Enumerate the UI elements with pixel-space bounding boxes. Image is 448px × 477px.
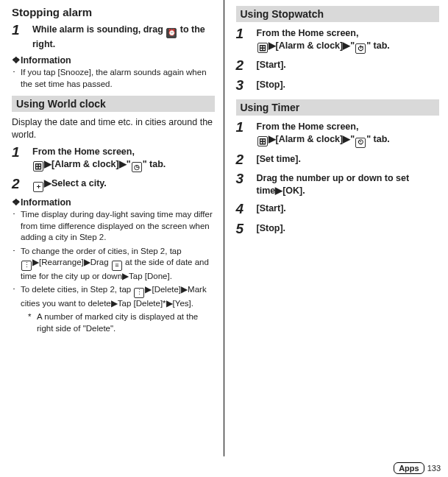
text: To change the order of cities, in Step 2…	[21, 247, 182, 255]
right-column: Using Stopwatch 1 From the Home screen, …	[224, 0, 449, 456]
apps-grid-icon	[33, 161, 43, 172]
apps-grid-icon	[257, 43, 268, 53]
menu-dots-icon: ⋮	[134, 288, 144, 298]
stopping-alarm-heading: Stopping alarm	[12, 6, 215, 18]
info-bullet: ･ To delete cities, in Step 2, tap ⋮▶[De…	[12, 284, 215, 309]
step-body: [Start].	[257, 58, 440, 74]
step-row: 2 ＋▶Select a city.	[12, 177, 215, 192]
bullet-text: To delete cities, in Step 2, tap ⋮▶[Dele…	[21, 284, 215, 309]
sub-text: A number of marked city is displayed at …	[37, 311, 215, 334]
page-footer: Apps133	[394, 462, 441, 474]
step-row: 2 [Set time].	[236, 152, 440, 168]
apps-badge: Apps	[394, 462, 424, 474]
text: "	[127, 159, 131, 169]
bullet-dot: ･	[12, 284, 21, 309]
step-number: 3	[236, 172, 257, 197]
step-row: 3 Drag the number up or down to set time…	[236, 172, 440, 197]
step-row: 5 [Stop].	[236, 222, 440, 237]
step-number: 4	[236, 202, 257, 217]
world-clock-bar: Using World clock	[12, 96, 215, 112]
arrow-icon: ▶	[269, 40, 276, 51]
text: Drag	[90, 258, 111, 266]
arrow-icon: ▶	[343, 134, 350, 144]
step-body: While alarm is sounding, drag ⏰ to the r…	[32, 23, 215, 50]
text: From the Home screen,	[257, 121, 359, 132]
text: "	[350, 134, 355, 144]
arrow-icon: ▶	[44, 178, 51, 188]
text: [Alarm & clock]	[276, 40, 344, 51]
arrow-icon: ▶	[84, 258, 90, 266]
text: " tab.	[366, 134, 390, 144]
text: [Alarm & clock]	[51, 159, 119, 169]
bullet-dot: ･	[12, 67, 21, 90]
drag-handle-icon: ≡	[112, 261, 122, 271]
step-row: 1 From the Home screen, ▶[Alarm & clock]…	[236, 26, 440, 54]
left-column: Stopping alarm 1 While alarm is sounding…	[0, 0, 224, 456]
text: From the Home screen,	[32, 146, 135, 157]
step-body: [Stop].	[257, 78, 440, 93]
apps-grid-icon	[257, 136, 268, 146]
step-number: 2	[12, 177, 32, 192]
information-heading: ❖Information	[12, 54, 215, 66]
arrow-icon: ▶	[343, 40, 350, 51]
text: Tap [Delete]*	[118, 299, 166, 308]
step-body: ＋▶Select a city.	[32, 177, 215, 192]
text: " tab.	[366, 40, 390, 51]
page-number: 133	[427, 464, 441, 473]
step-body: Drag the number up or down to set time▶[…	[257, 172, 440, 197]
step-number: 1	[12, 23, 32, 50]
info-bullet: ･ If you tap [Snooze], the alarm sounds …	[12, 67, 215, 90]
stopwatch-tab-icon: ⏱	[355, 43, 366, 54]
text: " tab.	[143, 159, 166, 169]
text: [Yes].	[173, 299, 193, 308]
arrow-icon: ▶	[181, 285, 188, 294]
step-body: From the Home screen, ▶[Alarm & clock]▶"…	[257, 26, 440, 54]
text: [Rearrange]	[39, 258, 84, 266]
arrow-icon: ▶	[32, 258, 39, 266]
step-row: 4 [Start].	[236, 202, 440, 217]
text: [OK].	[282, 186, 305, 196]
step-body: [Stop].	[257, 222, 440, 237]
step-number: 5	[236, 222, 257, 237]
text: To delete cities, in Step 2, tap	[21, 285, 133, 294]
step-body: From the Home screen, ▶[Alarm & clock]▶"…	[257, 120, 440, 147]
step-number: 2	[236, 152, 257, 168]
arrow-icon: ▶	[111, 299, 118, 308]
step-body: From the Home screen, ▶[Alarm & clock]▶"…	[32, 145, 215, 172]
alarm-drag-icon: ⏰	[166, 28, 177, 38]
step-body: [Start].	[257, 202, 440, 217]
bullet-text: If you tap [Snooze], the alarm sounds ag…	[21, 67, 215, 90]
sub-note: * A number of marked city is displayed a…	[28, 311, 215, 334]
step-row: 3 [Stop].	[236, 78, 440, 93]
menu-dots-icon: ⋮	[21, 261, 32, 271]
timer-tab-icon: ⏲	[355, 138, 366, 148]
step-body: [Set time].	[257, 152, 440, 168]
bullet-dot: ･	[12, 246, 21, 283]
text: Tap [Done].	[129, 272, 172, 280]
info-bullet: ･ Time display during day-light saving t…	[12, 209, 215, 244]
arrow-icon: ▶	[119, 159, 127, 169]
step-number: 3	[236, 78, 257, 93]
text: [Alarm & clock]	[276, 134, 344, 144]
plus-icon: ＋	[33, 182, 43, 192]
step-number: 1	[236, 26, 257, 54]
text: "	[350, 40, 355, 51]
world-clock-tab-icon: ◷	[132, 162, 142, 172]
timer-bar: Using Timer	[236, 99, 440, 116]
step-row: 1 From the Home screen, ▶[Alarm & clock]…	[236, 120, 440, 147]
arrow-icon: ▶	[269, 134, 276, 144]
info-bullet: ･ To change the order of cities, in Step…	[12, 246, 215, 283]
text: Select a city.	[51, 178, 107, 188]
arrow-icon: ▶	[122, 272, 129, 280]
bullet-dot: ･	[12, 209, 21, 244]
arrow-icon: ▶	[275, 186, 282, 196]
text: From the Home screen,	[257, 28, 359, 38]
step-number: 2	[236, 58, 257, 74]
arrow-icon: ▶	[166, 299, 173, 308]
text: [Delete]	[152, 285, 181, 294]
text: While alarm is sounding, drag	[32, 24, 166, 35]
information-heading: ❖Information	[12, 197, 215, 208]
step-number: 1	[12, 145, 32, 172]
world-clock-intro: Display the date and time etc. in cities…	[12, 116, 215, 141]
arrow-icon: ▶	[44, 159, 51, 169]
